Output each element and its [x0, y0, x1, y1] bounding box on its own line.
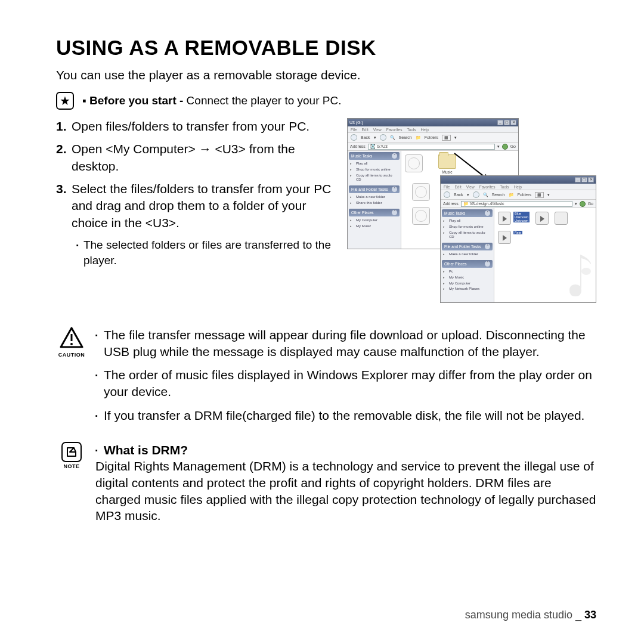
win-b-content: Blue Unknown Unknown Fate: [494, 208, 596, 302]
search-icon: 🔍: [483, 193, 488, 197]
win-b-addressbar: Address 📁 \\S-design-4\Music ▾ Go: [441, 200, 596, 208]
intro-text: You can use the player as a removable st…: [56, 68, 596, 82]
star-icon: ★: [56, 92, 74, 110]
win-a-sidebar: Music Tasks˄ Play all Shop for music onl…: [348, 151, 401, 249]
caution-item-1: The file transfer message will appear du…: [104, 327, 596, 360]
maximize-icon: ▢: [504, 120, 510, 125]
folders-icon: 📁: [509, 193, 514, 197]
folder-label: Music: [438, 170, 456, 174]
music-note-icon: [558, 249, 593, 300]
chevron-up-icon: ˄: [485, 210, 490, 216]
audio-thumb-icon: [535, 212, 549, 225]
before-rest: Connect the player to your PC.: [187, 94, 342, 107]
media-thumb-icon: [412, 183, 430, 201]
caution-item-2: The order of music files displayed in Wi…: [104, 367, 596, 400]
minimize-icon: _: [497, 120, 503, 125]
u3-drive-icon: [405, 154, 423, 172]
before-bold: Before you start -: [89, 94, 187, 107]
disk-icon: 💽: [370, 144, 376, 149]
win-a-menubar: FileEditViewFavoritesToolsHelp: [348, 126, 518, 133]
go-icon: [580, 201, 586, 207]
chevron-up-icon: ˄: [485, 244, 490, 249]
win-b-menubar: FileEditViewFavoritesToolsHelp: [441, 184, 596, 190]
caution-list: The file transfer message will appear du…: [95, 327, 596, 431]
search-icon: 🔍: [390, 135, 395, 140]
audio-thumb-icon: [498, 212, 511, 225]
page-title: USING AS A REMOVABLE DISK: [56, 36, 596, 60]
forward-icon: [380, 134, 386, 141]
folder-icon: [438, 154, 456, 169]
audio-thumb-icon: [555, 212, 568, 225]
note-heading: What is DRM?: [104, 442, 188, 459]
forward-icon: [473, 191, 479, 198]
selected-file-1: Blue Unknown Unknown: [513, 212, 530, 222]
caution-label: CAUTION: [56, 352, 87, 358]
audio-thumb-icon: [498, 231, 511, 244]
back-icon: [444, 191, 450, 198]
go-icon: [502, 144, 508, 150]
step-3: Select the files/folders to transfer fro…: [72, 181, 336, 231]
win-b-toolbar: Back ▾ 🔍Search 📁Folders ▦▾: [441, 190, 596, 200]
svg-point-0: [581, 268, 591, 275]
page-footer: samsung media studio _ 33: [465, 609, 596, 621]
media-thumb-icon: [412, 207, 430, 225]
chevron-up-icon: ˄: [392, 187, 397, 192]
folder-icon: 📁: [463, 202, 469, 206]
win-a-addressbar: Address 💽 G:\U3 ▾ Go: [348, 143, 518, 151]
note-body-text: Digital Rights Management (DRM) is a tec…: [95, 458, 596, 524]
step-1: Open files/folders to transfer from your…: [72, 118, 309, 135]
chevron-up-icon: ˄: [485, 261, 490, 267]
window-music: _ ▢ ✕ FileEditViewFavoritesToolsHelp Bac…: [440, 175, 596, 303]
step-sub: The selected folders or files are transf…: [83, 237, 336, 268]
before-start-text: ▪ Before you start - Connect the player …: [82, 94, 341, 107]
caution-icon: [60, 327, 83, 348]
explorer-figure: U3 (G:) _ ▢ ✕ FileEditViewFavoritesTools…: [347, 118, 596, 309]
win-a-toolbar: Back ▾ 🔍Search 📁Folders ▦▾: [348, 133, 518, 143]
note-icon: [61, 442, 82, 462]
maximize-icon: ▢: [581, 177, 587, 182]
chevron-up-icon: ˄: [392, 210, 397, 215]
before-start-row: ★ ▪ Before you start - Connect the playe…: [56, 92, 596, 110]
minimize-icon: _: [575, 177, 581, 182]
win-b-sidebar: Music Tasks˄ Play all Shop for music onl…: [441, 208, 494, 302]
back-icon: [351, 134, 357, 141]
close-icon: ✕: [510, 120, 516, 125]
selected-file-2: Fate: [513, 231, 522, 234]
chevron-up-icon: ˄: [392, 153, 397, 159]
step-2: Open <My Computer> → <U3> from the deskt…: [72, 141, 336, 175]
note-label: NOTE: [56, 463, 87, 469]
win-a-title: U3 (G:): [349, 120, 363, 125]
close-icon: ✕: [588, 177, 594, 182]
svg-point-2: [70, 343, 73, 345]
steps-list: 1.Open files/folders to transfer from yo…: [56, 118, 336, 309]
caution-item-3: If you transfer a DRM file(charged file)…: [104, 407, 585, 424]
page-number: 33: [584, 609, 596, 621]
folders-icon: 📁: [416, 135, 421, 140]
